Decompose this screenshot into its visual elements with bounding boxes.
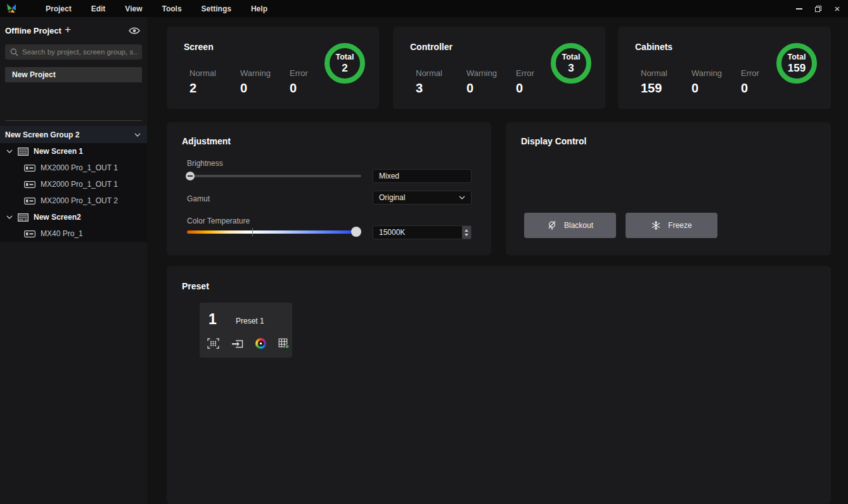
input-source-icon (231, 339, 243, 349)
total-value: 159 (788, 62, 806, 75)
warning-label: Warning (240, 68, 283, 78)
warning-value: 0 (466, 81, 510, 96)
sidebar-divider (5, 120, 142, 121)
search-icon (10, 48, 18, 56)
project-panel-title: Offline Project (5, 26, 61, 35)
card-title: Screen (184, 42, 214, 52)
color-temperature-label: Color Temperature (187, 217, 250, 225)
total-ring: Total 2 (324, 43, 365, 84)
total-value: 2 (342, 62, 347, 75)
controller-stat-card: Controller Normal3 Warning0 Error0 Total… (393, 27, 605, 109)
tree-item-device[interactable]: MX2000 Pro_1_OUT 2 (0, 192, 147, 209)
controller-device-icon (24, 165, 35, 172)
search-input[interactable] (22, 48, 137, 56)
warning-label: Warning (466, 68, 510, 78)
color-temperature-input[interactable] (373, 225, 472, 239)
close-icon: × (835, 4, 840, 13)
screen-stat-card: Screen Normal2 Warning0 Error0 Total 2 (167, 27, 379, 109)
tree-item-device[interactable]: MX2000 Pro_1_OUT 1 (0, 160, 147, 176)
color-temperature-spinner[interactable] (462, 226, 471, 239)
tree-device-label: MX2000 Pro_1_OUT 1 (41, 180, 118, 189)
menu-edit[interactable]: Edit (91, 4, 106, 13)
cabinets-stat-card: Cabinets Normal159 Warning0 Error0 Total… (618, 27, 831, 109)
new-project-label: New Project (12, 70, 56, 79)
calibration-grid-icon (278, 338, 290, 349)
minimize-button[interactable] (790, 0, 809, 17)
controller-device-icon (24, 198, 35, 205)
adjustment-panel: Adjustment Brightness Gamut Original Col… (167, 122, 491, 255)
normal-label: Normal (190, 68, 234, 78)
menu-project[interactable]: Project (46, 4, 72, 13)
chevron-down-icon[interactable] (6, 215, 13, 219)
tree-item-screen[interactable]: New Screen2 (0, 209, 147, 225)
color-wheel-icon (255, 338, 266, 349)
gamut-value: Original (379, 193, 405, 202)
gamut-select[interactable]: Original (373, 191, 472, 205)
device-tree: New Screen 1 MX2000 Pro_1_OUT 1 MX2000 P… (0, 143, 147, 242)
color-temperature-slider[interactable] (187, 230, 357, 234)
restore-icon (814, 5, 822, 13)
color-temperature-default-tick (252, 228, 253, 236)
warning-value: 0 (240, 81, 283, 96)
add-project-icon[interactable]: + (65, 23, 71, 36)
error-value: 0 (290, 81, 325, 96)
visibility-eye-icon[interactable] (129, 27, 140, 35)
screen-icon (18, 213, 29, 222)
preset-number: 1 (209, 311, 217, 328)
restore-button[interactable] (809, 0, 828, 17)
total-label: Total (336, 53, 354, 61)
blackout-button[interactable]: Blackout (524, 213, 616, 238)
screen-group-header[interactable]: New Screen Group 2 (0, 126, 147, 143)
error-label: Error (741, 68, 776, 78)
sidebar-item-new-project[interactable]: New Project (5, 67, 142, 82)
blackout-bulb-icon (547, 220, 557, 230)
app-logo-icon (6, 3, 17, 14)
card-title: Controller (410, 42, 453, 52)
freeze-snowflake-icon (651, 220, 661, 230)
stat-columns: Normal2 Warning0 Error0 (190, 68, 331, 96)
menu-items: Project Edit View Tools Settings Help (46, 0, 267, 17)
spinner-down-icon[interactable] (465, 234, 468, 236)
menu-settings[interactable]: Settings (202, 4, 231, 13)
error-value: 0 (516, 81, 551, 96)
blackout-label: Blackout (564, 221, 593, 230)
stat-columns: Normal159 Warning0 Error0 (641, 68, 783, 96)
sidebar-header: Offline Project + (0, 22, 147, 40)
controller-device-icon (24, 230, 35, 237)
chevron-down-icon[interactable] (6, 149, 13, 153)
color-temperature-slider-handle[interactable] (351, 227, 361, 237)
tree-item-screen[interactable]: New Screen 1 (0, 143, 147, 160)
preset-feature-icons (207, 338, 290, 349)
tree-screen-label: New Screen 1 (34, 147, 83, 156)
card-title: Cabinets (635, 42, 672, 52)
tree-device-label: MX2000 Pro_1_OUT 1 (41, 163, 118, 172)
normal-value: 3 (416, 81, 460, 96)
freeze-label: Freeze (668, 221, 691, 230)
total-ring: Total 159 (776, 43, 817, 84)
chevron-down-icon[interactable] (134, 133, 141, 137)
brightness-slider[interactable] (187, 175, 361, 177)
brightness-slider-handle[interactable] (186, 172, 195, 180)
freeze-button[interactable]: Freeze (626, 213, 717, 238)
close-button[interactable]: × (828, 0, 847, 17)
tree-item-device[interactable]: MX2000 Pro_1_OUT 1 (0, 176, 147, 192)
adjustment-title: Adjustment (182, 136, 231, 146)
stat-columns: Normal3 Warning0 Error0 (416, 68, 558, 96)
total-ring: Total 3 (551, 43, 591, 84)
tree-device-label: MX2000 Pro_1_OUT 2 (41, 196, 118, 205)
minimize-icon (796, 8, 802, 9)
normal-value: 159 (641, 81, 685, 96)
normal-label: Normal (416, 68, 460, 78)
preset-card[interactable]: 1 Preset 1 (200, 303, 292, 358)
screen-layout-icon (207, 338, 219, 349)
brightness-value-input[interactable] (373, 169, 472, 183)
brightness-label: Brightness (187, 159, 223, 168)
spinner-up-icon[interactable] (465, 229, 468, 232)
tree-item-device[interactable]: MX40 Pro_1 (0, 225, 147, 242)
total-label: Total (788, 53, 806, 61)
warning-label: Warning (691, 68, 735, 78)
menu-tools[interactable]: Tools (162, 4, 182, 13)
menu-view[interactable]: View (125, 4, 142, 13)
menu-help[interactable]: Help (251, 4, 267, 13)
window-controls: × (790, 0, 847, 17)
